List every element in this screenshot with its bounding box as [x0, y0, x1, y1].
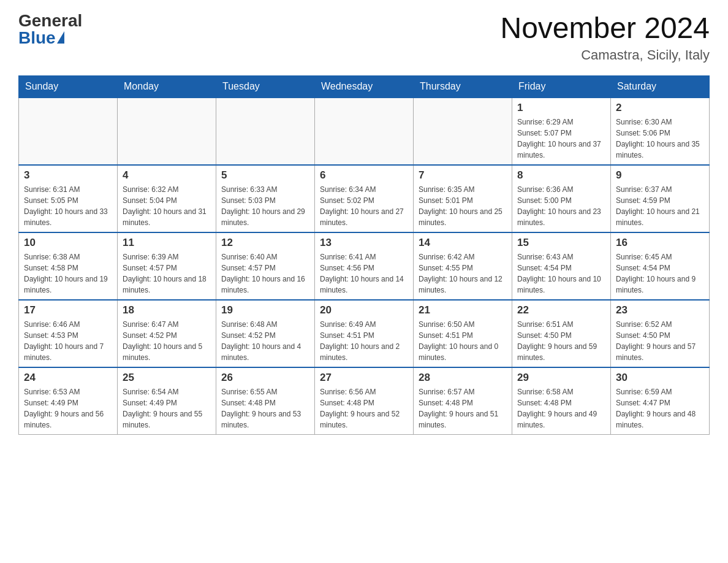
day-info: Sunrise: 6:42 AMSunset: 4:55 PMDaylight:… — [419, 251, 507, 296]
calendar-cell — [19, 98, 118, 165]
day-info: Sunrise: 6:33 AMSunset: 5:03 PMDaylight:… — [221, 184, 309, 228]
day-info: Sunrise: 6:55 AMSunset: 4:48 PMDaylight:… — [221, 386, 309, 431]
day-number: 6 — [320, 169, 408, 182]
calendar-cell: 25Sunrise: 6:54 AMSunset: 4:49 PMDayligh… — [118, 367, 216, 435]
calendar-cell: 14Sunrise: 6:42 AMSunset: 4:55 PMDayligh… — [414, 232, 512, 300]
day-number: 24 — [24, 372, 112, 384]
logo: General Blue — [18, 12, 82, 47]
day-number: 15 — [517, 237, 605, 249]
calendar-cell — [414, 98, 512, 165]
day-number: 16 — [616, 237, 704, 249]
calendar-cell: 18Sunrise: 6:47 AMSunset: 4:52 PMDayligh… — [118, 300, 216, 367]
calendar-cell — [118, 98, 216, 165]
day-info: Sunrise: 6:58 AMSunset: 4:48 PMDaylight:… — [517, 386, 605, 431]
logo-general-text: General — [18, 12, 82, 29]
day-number: 14 — [419, 237, 507, 249]
day-info: Sunrise: 6:51 AMSunset: 4:50 PMDaylight:… — [517, 319, 605, 363]
day-number: 7 — [419, 169, 507, 182]
calendar-cell: 23Sunrise: 6:52 AMSunset: 4:50 PMDayligh… — [611, 300, 710, 367]
calendar-cell: 9Sunrise: 6:37 AMSunset: 4:59 PMDaylight… — [611, 165, 710, 232]
weekday-header-friday: Friday — [512, 75, 611, 98]
day-number: 17 — [24, 304, 112, 316]
day-info: Sunrise: 6:41 AMSunset: 4:56 PMDaylight:… — [320, 251, 408, 296]
day-info: Sunrise: 6:35 AMSunset: 5:01 PMDaylight:… — [419, 184, 507, 228]
calendar-cell: 3Sunrise: 6:31 AMSunset: 5:05 PMDaylight… — [19, 165, 118, 232]
calendar-cell: 27Sunrise: 6:56 AMSunset: 4:48 PMDayligh… — [315, 367, 414, 435]
calendar-cell — [216, 98, 315, 165]
day-info: Sunrise: 6:48 AMSunset: 4:52 PMDaylight:… — [221, 319, 309, 363]
week-row-1: 1Sunrise: 6:29 AMSunset: 5:07 PMDaylight… — [19, 98, 710, 165]
day-number: 26 — [221, 372, 309, 384]
calendar-cell: 24Sunrise: 6:53 AMSunset: 4:49 PMDayligh… — [19, 367, 118, 435]
day-info: Sunrise: 6:49 AMSunset: 4:51 PMDaylight:… — [320, 319, 408, 363]
location-subtitle: Camastra, Sicily, Italy — [500, 47, 710, 63]
day-info: Sunrise: 6:46 AMSunset: 4:53 PMDaylight:… — [24, 319, 112, 363]
day-info: Sunrise: 6:59 AMSunset: 4:47 PMDaylight:… — [616, 386, 704, 431]
logo-triangle-icon — [57, 31, 64, 44]
calendar-cell: 21Sunrise: 6:50 AMSunset: 4:51 PMDayligh… — [414, 300, 512, 367]
week-row-2: 3Sunrise: 6:31 AMSunset: 5:05 PMDaylight… — [19, 165, 710, 232]
calendar-cell: 28Sunrise: 6:57 AMSunset: 4:48 PMDayligh… — [414, 367, 512, 435]
day-number: 19 — [221, 304, 309, 316]
weekday-header-wednesday: Wednesday — [315, 75, 414, 98]
day-info: Sunrise: 6:37 AMSunset: 4:59 PMDaylight:… — [616, 184, 704, 228]
day-number: 4 — [123, 169, 211, 182]
day-number: 3 — [24, 169, 112, 182]
weekday-header-monday: Monday — [118, 75, 216, 98]
calendar-cell: 1Sunrise: 6:29 AMSunset: 5:07 PMDaylight… — [512, 98, 611, 165]
weekday-header-saturday: Saturday — [611, 75, 710, 98]
day-info: Sunrise: 6:29 AMSunset: 5:07 PMDaylight:… — [517, 117, 605, 161]
day-info: Sunrise: 6:52 AMSunset: 4:50 PMDaylight:… — [616, 319, 704, 363]
day-number: 11 — [123, 237, 211, 249]
calendar-cell: 20Sunrise: 6:49 AMSunset: 4:51 PMDayligh… — [315, 300, 414, 367]
day-info: Sunrise: 6:53 AMSunset: 4:49 PMDaylight:… — [24, 386, 112, 431]
day-number: 18 — [123, 304, 211, 316]
weekday-header-sunday: Sunday — [19, 75, 118, 98]
month-title: November 2024 — [500, 12, 710, 45]
calendar-cell: 11Sunrise: 6:39 AMSunset: 4:57 PMDayligh… — [118, 232, 216, 300]
calendar-cell: 17Sunrise: 6:46 AMSunset: 4:53 PMDayligh… — [19, 300, 118, 367]
day-number: 9 — [616, 169, 704, 182]
calendar-cell: 10Sunrise: 6:38 AMSunset: 4:58 PMDayligh… — [19, 232, 118, 300]
calendar-cell: 19Sunrise: 6:48 AMSunset: 4:52 PMDayligh… — [216, 300, 315, 367]
calendar-cell: 5Sunrise: 6:33 AMSunset: 5:03 PMDaylight… — [216, 165, 315, 232]
calendar-cell: 7Sunrise: 6:35 AMSunset: 5:01 PMDaylight… — [414, 165, 512, 232]
day-info: Sunrise: 6:30 AMSunset: 5:06 PMDaylight:… — [616, 117, 704, 161]
weekday-header-tuesday: Tuesday — [216, 75, 315, 98]
calendar-cell: 13Sunrise: 6:41 AMSunset: 4:56 PMDayligh… — [315, 232, 414, 300]
day-number: 22 — [517, 304, 605, 316]
day-number: 30 — [616, 372, 704, 384]
day-number: 8 — [517, 169, 605, 182]
calendar-header-row: SundayMondayTuesdayWednesdayThursdayFrid… — [19, 75, 710, 98]
day-info: Sunrise: 6:43 AMSunset: 4:54 PMDaylight:… — [517, 251, 605, 296]
day-number: 23 — [616, 304, 704, 316]
day-number: 25 — [123, 372, 211, 384]
calendar-cell: 12Sunrise: 6:40 AMSunset: 4:57 PMDayligh… — [216, 232, 315, 300]
week-row-5: 24Sunrise: 6:53 AMSunset: 4:49 PMDayligh… — [19, 367, 710, 435]
day-number: 29 — [517, 372, 605, 384]
page-header: General Blue November 2024 Camastra, Sic… — [18, 12, 710, 63]
day-info: Sunrise: 6:56 AMSunset: 4:48 PMDaylight:… — [320, 386, 408, 431]
calendar-cell: 29Sunrise: 6:58 AMSunset: 4:48 PMDayligh… — [512, 367, 611, 435]
day-number: 13 — [320, 237, 408, 249]
day-info: Sunrise: 6:45 AMSunset: 4:54 PMDaylight:… — [616, 251, 704, 296]
day-number: 12 — [221, 237, 309, 249]
day-info: Sunrise: 6:40 AMSunset: 4:57 PMDaylight:… — [221, 251, 309, 296]
calendar-table: SundayMondayTuesdayWednesdayThursdayFrid… — [18, 75, 710, 435]
calendar-cell: 6Sunrise: 6:34 AMSunset: 5:02 PMDaylight… — [315, 165, 414, 232]
day-info: Sunrise: 6:50 AMSunset: 4:51 PMDaylight:… — [419, 319, 507, 363]
title-section: November 2024 Camastra, Sicily, Italy — [500, 12, 710, 63]
weekday-header-thursday: Thursday — [414, 75, 512, 98]
day-number: 20 — [320, 304, 408, 316]
day-number: 2 — [616, 102, 704, 114]
day-info: Sunrise: 6:57 AMSunset: 4:48 PMDaylight:… — [419, 386, 507, 431]
day-number: 27 — [320, 372, 408, 384]
day-info: Sunrise: 6:34 AMSunset: 5:02 PMDaylight:… — [320, 184, 408, 228]
calendar-cell: 2Sunrise: 6:30 AMSunset: 5:06 PMDaylight… — [611, 98, 710, 165]
week-row-3: 10Sunrise: 6:38 AMSunset: 4:58 PMDayligh… — [19, 232, 710, 300]
calendar-cell: 26Sunrise: 6:55 AMSunset: 4:48 PMDayligh… — [216, 367, 315, 435]
day-number: 1 — [517, 102, 605, 114]
day-info: Sunrise: 6:36 AMSunset: 5:00 PMDaylight:… — [517, 184, 605, 228]
day-number: 21 — [419, 304, 507, 316]
day-info: Sunrise: 6:39 AMSunset: 4:57 PMDaylight:… — [123, 251, 211, 296]
